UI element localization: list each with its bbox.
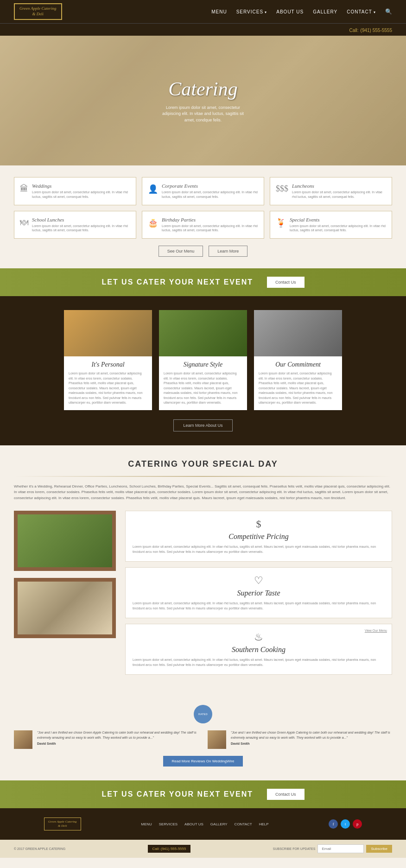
phone-bar: Call: (941) 555-5555 [0, 23, 406, 36]
services-buttons: See Our Menu Learn More [14, 246, 392, 257]
cta-banner-1: LET US CATER YOUR NEXT EVENT Contact Us [0, 268, 406, 296]
footer-logo-line2: & Deli [48, 824, 77, 828]
feature-item-desc-0: Lorem ipsum dolor sit amet, consectetur … [133, 545, 385, 554]
features-layout: $ Competitive Pricing Lorem ipsum dolor … [14, 511, 392, 675]
testimonials-section: RATED "Joe and I are thrilled we chose G… [0, 693, 406, 780]
outdoor-dining-image [14, 511, 116, 571]
facebook-icon[interactable]: f [329, 819, 338, 829]
footer-nav-item-5[interactable]: HELP [259, 822, 269, 826]
pinterest-icon[interactable]: p [353, 819, 362, 829]
feature-card-2: Our Commitment Lorem ipsum dolor sit ame… [254, 310, 342, 410]
footer-top: Green Apple Catering & Deli MENUSERVICES… [0, 808, 406, 840]
cta-banner-2: LET US CATER YOUR NEXT EVENT Contact Us [0, 780, 406, 808]
feature-card-title-1: Signature Style [164, 361, 242, 368]
testimonial-name-0: David Smith [37, 742, 198, 745]
testimonial-avatar-1 [208, 730, 226, 749]
read-reviews-button[interactable]: Read More Reviews On WeddingWire [163, 756, 242, 767]
testimonial-name-1: David Smith [231, 742, 392, 745]
nav-contact[interactable]: CONTACT [347, 9, 376, 14]
special-feature-0: $ Competitive Pricing Lorem ipsum dolor … [125, 511, 392, 562]
footer-social: f t p [329, 819, 362, 829]
service-desc-4: Lorem ipsum dolor sit amet, consectetur … [162, 224, 258, 233]
service-icon-0: 🏛 [20, 184, 28, 194]
cta-text-2: LET US CATER YOUR NEXT EVENT [102, 790, 253, 798]
service-desc-2: Lorem ipsum dolor sit amet, consectetur … [292, 190, 386, 199]
logo[interactable]: Green Apple Catering & Deli [14, 3, 62, 19]
footer-nav-item-2[interactable]: ABOUT US [184, 822, 203, 826]
nav-menu[interactable]: MENU [211, 9, 227, 14]
contact-us-button-2[interactable]: Contact Us [267, 789, 304, 800]
hero-description: Lorem ipsum dolor sit amet, consectetur … [161, 105, 245, 124]
feature-card-desc-1: Lorem ipsum dolor sit amet, consectetur … [164, 371, 242, 405]
footer-nav-item-4[interactable]: CONTACT [235, 822, 252, 826]
view-menu-link-2[interactable]: View Our Menu [365, 629, 387, 632]
twitter-icon[interactable]: t [341, 819, 350, 829]
subscribe-button[interactable]: Subscribe [366, 845, 392, 853]
service-card-4: 🎂 Birthday Parties Lorem ipsum dolor sit… [142, 211, 264, 239]
footer-logo[interactable]: Green Apple Catering & Deli [44, 817, 81, 830]
footer-nav-item-3[interactable]: GALLERY [210, 822, 228, 826]
rated-badge: RATED [194, 705, 212, 723]
search-icon[interactable]: 🔍 [385, 8, 392, 15]
feature-card-1: Signature Style Lorem ipsum dolor sit am… [159, 310, 247, 410]
service-icon-5: 🍹 [276, 218, 286, 228]
feature-item-desc-1: Lorem ipsum dolor sit amet, consectetur … [133, 601, 385, 611]
service-title-0: Weddings [32, 183, 130, 189]
see-menu-button[interactable]: See Our Menu [159, 246, 203, 257]
testimonial-1: "Joe and I are thrilled we chose Green A… [208, 730, 392, 749]
service-desc-0: Lorem ipsum dolor sit amet, consectetur … [32, 190, 130, 199]
cta-text-1: LET US CATER YOUR NEXT EVENT [102, 278, 253, 286]
service-desc-1: Lorem ipsum dolor sit amet, consectetur … [162, 190, 258, 199]
logo-subtext: & Deli [19, 12, 57, 17]
section-divider [14, 476, 392, 477]
site-header: Green Apple Catering & Deli MENU SERVICE… [0, 0, 406, 23]
subscribe-input[interactable] [317, 844, 364, 853]
testimonial-avatar-0 [14, 730, 32, 749]
service-title-4: Birthday Parties [162, 217, 258, 222]
feature-item-icon-2: ♨ [133, 631, 385, 643]
contact-us-button-1[interactable]: Contact Us [267, 277, 304, 288]
nav-about[interactable]: ABOUT US [276, 9, 304, 14]
features-images [14, 511, 116, 675]
wedding-image [14, 578, 116, 638]
subscribe-area: SUBSCRIBE FOR UPDATES Subscribe [273, 844, 392, 853]
footer-nav-item-0[interactable]: MENU [141, 822, 152, 826]
service-title-5: Special Events [290, 217, 386, 222]
feature-card-desc-0: Lorem ipsum dolor sit amet, consectetur … [69, 371, 147, 405]
footer-nav-item-1[interactable]: SERVICES [159, 822, 178, 826]
service-icon-2: $$$ [276, 184, 288, 194]
nav-gallery[interactable]: GALLERY [313, 9, 337, 14]
hero-content: Catering Lorem ipsum dolor sit amet, con… [161, 78, 245, 124]
services-grid: 🏛 Weddings Lorem ipsum dolor sit amet, c… [14, 177, 392, 239]
testimonial-text-0: "Joe and I are thrilled we chose Green A… [37, 730, 198, 740]
phone-number: (941) 555-5555 [361, 28, 392, 33]
dark-section: It's Personal Lorem ipsum dolor sit amet… [0, 296, 406, 445]
hero-section: Catering Lorem ipsum dolor sit amet, con… [0, 36, 406, 165]
feature-item-title-1: Superior Taste [133, 589, 385, 597]
special-day-title: CATERING YOUR SPECIAL DAY [14, 459, 392, 469]
service-desc-5: Lorem ipsum dolor sit amet, consectetur … [290, 224, 386, 233]
footer-logo-line1: Green Apple Catering [48, 820, 77, 824]
service-card-5: 🍹 Special Events Lorem ipsum dolor sit a… [270, 211, 392, 239]
hero-title: Catering [161, 78, 245, 100]
service-card-1: 👤 Corporate Events Lorem ipsum dolor sit… [142, 177, 264, 205]
service-icon-1: 👤 [148, 184, 158, 194]
service-title-3: School Lunches [32, 217, 130, 222]
feature-card-desc-2: Lorem ipsum dolor sit amet, consectetur … [259, 371, 337, 405]
special-day-section: CATERING YOUR SPECIAL DAY Whether it's a… [0, 445, 406, 693]
feature-card-image-1 [159, 310, 247, 356]
learn-more-button[interactable]: Learn More [209, 246, 247, 257]
nav-services[interactable]: SERVICES [236, 9, 267, 14]
service-card-0: 🏛 Weddings Lorem ipsum dolor sit amet, c… [14, 177, 136, 205]
testimonial-0: "Joe and I are thrilled we chose Green A… [14, 730, 198, 749]
learn-more-about-us-button[interactable]: Learn More About Us [173, 419, 232, 431]
service-title-2: Luncheons [292, 183, 386, 189]
services-section: 🏛 Weddings Lorem ipsum dolor sit amet, c… [0, 165, 406, 268]
logo-text: Green Apple Catering [19, 6, 57, 12]
main-nav: MENU SERVICES ABOUT US GALLERY CONTACT 🔍 [211, 8, 392, 15]
phone-label: Call: [349, 28, 359, 33]
feature-item-icon-1: ♡ [133, 575, 385, 587]
service-card-2: $$$ Luncheons Lorem ipsum dolor sit amet… [270, 177, 392, 205]
service-icon-4: 🎂 [148, 218, 158, 228]
service-title-1: Corporate Events [162, 183, 258, 189]
